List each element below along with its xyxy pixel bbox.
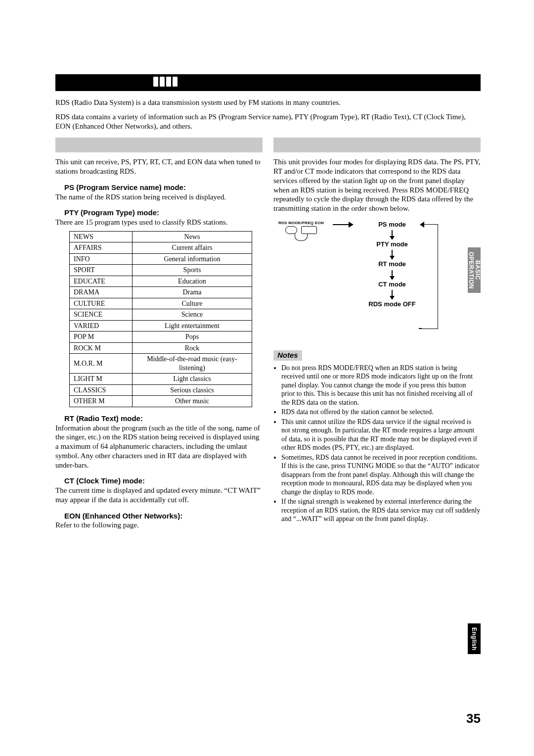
pty-mode-body: There are 15 program types used to class…: [55, 218, 263, 227]
band-icon: [153, 77, 178, 87]
mode-step: RT mode: [365, 260, 419, 268]
pty-code: SPORT: [70, 265, 133, 276]
mode-loop-arrow: [421, 224, 438, 329]
pty-code: CLASSICS: [70, 384, 133, 396]
pty-code: AFFAIRS: [70, 242, 133, 254]
pty-desc: Education: [133, 276, 252, 287]
table-row: POP MPops: [70, 331, 252, 343]
left-column: This unit can receive, PS, PTY, RT, CT, …: [55, 138, 263, 530]
rt-mode-body: Information about the program (such as t…: [55, 424, 263, 470]
intro-paragraph-2: RDS data contains a variety of informati…: [55, 112, 481, 131]
table-row: OTHER MOther music: [70, 396, 252, 407]
mode-step: RDS mode OFF: [365, 300, 419, 308]
table-row: SCIENCEScience: [70, 309, 252, 321]
pty-desc: Rock: [133, 342, 252, 354]
mode-cycle-diagram: RDS MODE/FREQ EON PS modePTY modeRT mode…: [273, 218, 481, 344]
note-item: If the signal strength is weakened by ex…: [281, 497, 481, 523]
pty-desc: Serious classics: [133, 384, 252, 396]
table-row: NEWSNews: [70, 231, 252, 242]
pty-code: LIGHT M: [70, 374, 133, 385]
pty-desc: Light classics: [133, 374, 252, 385]
eon-heading: EON (Enhanced Other Networks):: [64, 512, 263, 521]
left-section-header: [55, 138, 263, 152]
pty-code: DRAMA: [70, 287, 133, 298]
table-row: INFOGeneral information: [70, 253, 252, 265]
left-lead: This unit can receive, PS, PTY, RT, CT, …: [55, 157, 263, 176]
table-row: ROCK MRock: [70, 342, 252, 354]
table-row: CULTURECulture: [70, 298, 252, 309]
pty-desc: News: [133, 231, 252, 242]
pty-table: NEWSNewsAFFAIRSCurrent affairsINFOGenera…: [69, 231, 252, 407]
table-row: EDUCATEEducation: [70, 276, 252, 287]
arrow-down-icon: [392, 290, 393, 299]
table-row: SPORTSports: [70, 265, 252, 276]
pty-desc: Light entertainment: [133, 320, 252, 331]
note-item: RDS data not offered by the station cann…: [281, 408, 481, 417]
table-row: CLASSICSSerious classics: [70, 384, 252, 396]
pty-code: ROCK M: [70, 342, 133, 354]
pty-code: M.O.R. M: [70, 354, 133, 374]
pty-desc: Drama: [133, 287, 252, 298]
ct-mode-heading: CT (Clock Time) mode:: [64, 476, 263, 486]
pty-code: OTHER M: [70, 396, 133, 407]
pty-code: VARIED: [70, 320, 133, 331]
rt-mode-heading: RT (Radio Text) mode:: [64, 414, 263, 424]
arrow-right-icon: [333, 224, 353, 225]
side-tab-basic-operation: BASICOPERATION: [468, 247, 481, 293]
section-title-band: [55, 74, 481, 91]
pty-code: NEWS: [70, 231, 133, 242]
eon-body: Refer to the following page.: [55, 520, 263, 530]
mode-step: CT mode: [365, 281, 419, 288]
notes-heading: Notes: [273, 350, 302, 361]
side-tab-language: English: [468, 623, 481, 654]
mode-step: PTY mode: [365, 240, 419, 248]
table-row: VARIEDLight entertainment: [70, 320, 252, 331]
intro-paragraph-1: RDS (Radio Data System) is a data transm…: [55, 98, 481, 107]
pty-desc: Culture: [133, 298, 252, 309]
note-item: Sometimes, RDS data cannot be received i…: [281, 453, 481, 497]
page-number: 35: [466, 710, 481, 727]
table-row: LIGHT MLight classics: [70, 374, 252, 385]
right-column: This unit provides four modes for displa…: [273, 138, 481, 530]
right-section-header: [273, 138, 481, 152]
pty-desc: Other music: [133, 396, 252, 407]
pty-code: SCIENCE: [70, 309, 133, 321]
pty-desc: Science: [133, 309, 252, 321]
pty-desc: Sports: [133, 265, 252, 276]
rds-button-illustration: RDS MODE/FREQ EON: [276, 221, 326, 241]
pty-code: CULTURE: [70, 298, 133, 309]
mode-step: PS mode: [365, 221, 419, 229]
rds-button-label: RDS MODE/FREQ EON: [276, 221, 326, 226]
pty-code: INFO: [70, 253, 133, 265]
pty-desc: Pops: [133, 331, 252, 343]
right-lead: This unit provides four modes for displa…: [273, 157, 481, 213]
ps-mode-heading: PS (Program Service name) mode:: [64, 183, 263, 192]
pty-desc: Current affairs: [133, 242, 252, 254]
pty-code: EDUCATE: [70, 276, 133, 287]
arrow-down-icon: [392, 250, 393, 259]
pty-mode-heading: PTY (Program Type) mode:: [64, 208, 263, 218]
notes-list: Do not press RDS MODE/FREQ when an RDS s…: [273, 364, 481, 523]
ps-mode-body: The name of the RDS station being receiv…: [55, 192, 263, 202]
table-row: AFFAIRSCurrent affairs: [70, 242, 252, 254]
note-item: This unit cannot utilize the RDS data se…: [281, 418, 481, 452]
pty-desc: General information: [133, 253, 252, 265]
arrow-down-icon: [392, 270, 393, 279]
table-row: DRAMADrama: [70, 287, 252, 298]
note-item: Do not press RDS MODE/FREQ when an RDS s…: [281, 364, 481, 407]
arrow-down-icon: [392, 230, 393, 239]
table-row: M.O.R. MMiddle-of-the-road music (easy-l…: [70, 354, 252, 374]
pty-code: POP M: [70, 331, 133, 343]
ct-mode-body: The current time is displayed and update…: [55, 486, 263, 505]
pty-desc: Middle-of-the-road music (easy-listening…: [133, 354, 252, 374]
